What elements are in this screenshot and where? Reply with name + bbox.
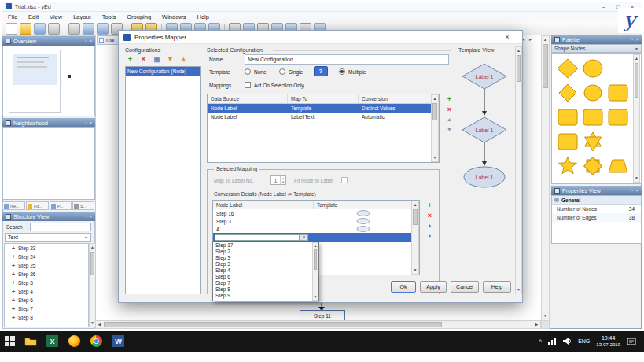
import-configuration-icon[interactable]: ▼	[165, 54, 175, 64]
col-data-source[interactable]: Data Source	[208, 94, 288, 103]
palette-shape-star5[interactable]	[559, 157, 577, 174]
dropdown-item[interactable]: Step 3	[213, 261, 318, 268]
docked-tab-structure[interactable]: S...	[72, 201, 94, 210]
overview-viewport[interactable]	[13, 54, 57, 85]
template-none-radio[interactable]	[245, 68, 251, 75]
scroll-up-icon[interactable]: ▲	[542, 36, 549, 43]
scroll-down-icon[interactable]: ▼	[432, 154, 438, 161]
duplicate-configuration-icon[interactable]: ▣	[152, 54, 162, 64]
add-mapping-icon[interactable]: +	[444, 94, 454, 104]
add-configuration-icon[interactable]: +	[125, 54, 135, 64]
configuration-item[interactable]: New Configuration (Node)	[126, 67, 200, 76]
tree-item[interactable]: +Step 8	[5, 313, 88, 322]
tree-item[interactable]: +Step 23	[5, 244, 88, 253]
ok-button[interactable]: Ok	[391, 281, 416, 293]
dropdown-scrollbar[interactable]: ▲ ▼	[312, 242, 318, 301]
search-input[interactable]	[30, 223, 91, 231]
spin-down-icon[interactable]: ▼	[281, 180, 285, 184]
dropdown-item[interactable]: Step 6	[213, 274, 318, 280]
palette-shape-trapezoid[interactable]	[609, 160, 627, 172]
minimize-button[interactable]: –	[598, 4, 610, 9]
palette-shape-diamond[interactable]	[558, 59, 578, 78]
docked-tab-folder-contents[interactable]: Fo...	[26, 201, 49, 210]
palette-shape-round-rectangle[interactable]	[609, 85, 627, 101]
dialog-close-icon[interactable]: ×	[497, 33, 517, 41]
palette-shape-ellipse[interactable]	[583, 60, 602, 77]
remove-configuration-icon[interactable]: ×	[138, 54, 149, 64]
conversion-row[interactable]: Step 16	[213, 209, 419, 217]
properties-section-row[interactable]: General	[552, 196, 641, 205]
fit-node-checkbox[interactable]	[341, 177, 348, 183]
combo-dropdown-icon[interactable]: ▼	[300, 234, 308, 241]
palette-close-icon[interactable]: ×	[635, 37, 638, 42]
menu-layout[interactable]: Layout	[68, 13, 97, 20]
menu-grouping[interactable]: Grouping	[121, 13, 156, 20]
scroll-down-icon[interactable]: ▼	[313, 294, 318, 300]
palette-shape-round-rectangle[interactable]	[583, 109, 602, 125]
copy-icon[interactable]	[83, 23, 94, 35]
tree-item[interactable]: +Step 26	[5, 270, 88, 279]
notification-icon[interactable]	[627, 338, 636, 345]
remove-conversion-icon[interactable]: ×	[425, 210, 435, 220]
scroll-down-icon[interactable]: ▼	[542, 312, 549, 320]
scroll-left-icon[interactable]: ◀	[96, 320, 103, 329]
firefox-icon[interactable]	[68, 334, 81, 348]
excel-icon[interactable]: X	[46, 334, 59, 348]
mapping-row-selected[interactable]: Node Label Template Distinct Values	[208, 104, 439, 113]
col-template[interactable]: Template	[314, 201, 412, 209]
tree-item[interactable]: +Step 7	[5, 305, 88, 313]
canvas-vscrollbar[interactable]: ▲ ▼	[541, 35, 550, 320]
col-map-to[interactable]: Map To	[288, 94, 359, 103]
menu-file[interactable]: File	[2, 13, 23, 20]
menu-tools[interactable]: Tools	[97, 13, 122, 20]
menu-edit[interactable]: Edit	[23, 13, 44, 20]
template-single-label[interactable]: Single	[289, 69, 303, 75]
menu-windows[interactable]: Windows	[156, 13, 191, 20]
mappings-table-scrollbar[interactable]: ▲ ▼	[431, 94, 439, 162]
dropdown-item[interactable]: Step 8	[213, 286, 318, 293]
scroll-up-icon[interactable]: ▲	[516, 47, 521, 54]
conversion-table-scrollbar[interactable]: ▲ ▼	[411, 201, 419, 275]
template-view-scrollbar[interactable]: ▲ ▼	[515, 46, 522, 294]
tree-item[interactable]: +Step 25	[5, 261, 88, 270]
docked-tab-neighborhood[interactable]: Ne...	[2, 201, 25, 210]
scroll-right-icon[interactable]: ▶	[533, 320, 540, 329]
graph-node[interactable]: Step 11	[300, 310, 345, 321]
dropdown-item[interactable]: Step 4	[213, 268, 318, 274]
speaker-icon[interactable]	[563, 338, 572, 345]
template-help-button[interactable]: ?	[314, 66, 328, 76]
add-conversion-icon[interactable]: +	[425, 200, 435, 210]
scroll-down-icon[interactable]: ▼	[412, 267, 418, 274]
clock[interactable]: 19:44 13-07-2019	[596, 335, 620, 348]
palette-settings-icon[interactable]: ▫	[631, 37, 633, 42]
scroll-up-icon[interactable]: ▲	[90, 244, 95, 251]
dropdown-item[interactable]: Step 7	[213, 280, 318, 286]
scroll-down-icon[interactable]: ▼	[90, 320, 95, 327]
tree-item[interactable]: +Step 24	[5, 253, 88, 261]
palette-shape-diamond[interactable]	[559, 84, 576, 102]
help-button[interactable]: Help	[483, 281, 511, 293]
conversion-row[interactable]: A	[213, 225, 419, 233]
template-multiple-radio[interactable]	[339, 68, 345, 75]
template-single-radio[interactable]	[279, 68, 285, 75]
save-icon[interactable]	[34, 23, 46, 35]
move-conversion-down-icon[interactable]: ▼	[425, 231, 435, 241]
tray-chevron-icon[interactable]: ^	[539, 338, 542, 345]
scroll-up-icon[interactable]: ▲	[634, 55, 639, 62]
canvas-hscrollbar[interactable]: ◀ ▶	[95, 320, 541, 329]
tree-item[interactable]: +Step 4	[5, 287, 88, 296]
dropdown-item[interactable]: Step 2	[213, 249, 318, 255]
chrome-icon[interactable]	[90, 334, 103, 348]
label-no-spinner[interactable]: 1 ▲▼	[270, 175, 286, 185]
conversion-row[interactable]: Step 3	[213, 217, 419, 225]
start-button[interactable]	[5, 336, 15, 346]
dropdown-item[interactable]: Step 9	[213, 293, 318, 299]
move-mapping-down-icon[interactable]: ▼	[444, 124, 454, 135]
properties-close-icon[interactable]: ×	[635, 188, 638, 193]
act-on-selection-label[interactable]: Act On Selection Only	[254, 83, 304, 88]
mapping-row[interactable]: Node Label Label Text Automatic	[208, 113, 439, 121]
properties-float-icon[interactable]: ▫	[631, 188, 633, 193]
cut-icon[interactable]	[68, 23, 80, 35]
template-multiple-label[interactable]: Multiple	[348, 69, 366, 75]
overview-close-icon[interactable]: ×	[89, 39, 92, 43]
